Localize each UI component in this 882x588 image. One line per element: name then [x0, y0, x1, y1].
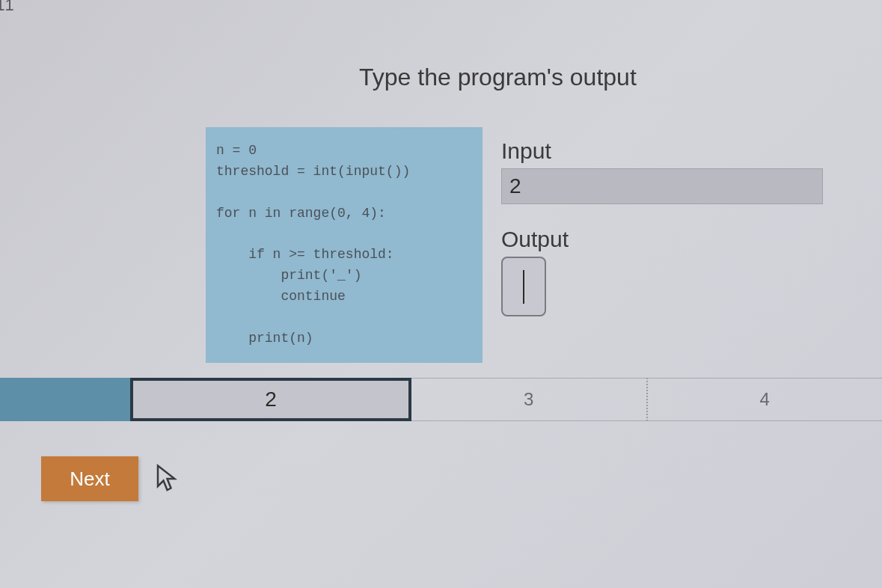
code-block: n = 0 threshold = int(input()) for n in …	[206, 127, 483, 363]
text-cursor	[523, 270, 524, 304]
progress-step-4[interactable]: 4	[646, 378, 883, 421]
page-title: Type the program's output	[359, 64, 637, 91]
progress-completed	[0, 378, 130, 421]
io-panel: Input Output	[501, 138, 823, 316]
corner-label: 311	[0, 0, 14, 15]
input-label: Input	[501, 138, 823, 164]
progress-current-step[interactable]: 2	[130, 378, 411, 421]
input-field[interactable]	[501, 168, 823, 204]
progress-bar: 2 3 4	[0, 378, 882, 421]
next-button[interactable]: Next	[41, 456, 138, 501]
cursor-icon	[153, 464, 177, 494]
output-field[interactable]	[501, 257, 546, 316]
progress-step-3[interactable]: 3	[411, 378, 646, 421]
output-label: Output	[501, 227, 823, 252]
